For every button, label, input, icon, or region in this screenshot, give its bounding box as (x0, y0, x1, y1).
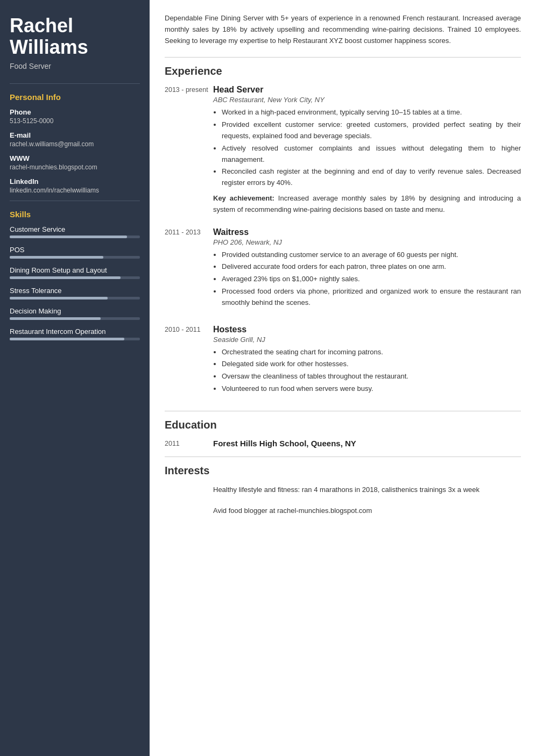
phone-value: 513-5125-0000 (10, 117, 140, 125)
skill-label: Stress Tolerance (10, 287, 140, 295)
skill-label: POS (10, 246, 140, 254)
exp-bullet-item: Processed food orders via phone, priorit… (222, 286, 521, 309)
exp-bullet-item: Delivered accurate food orders for each … (222, 261, 521, 273)
skill-bar-background (10, 256, 140, 259)
education-divider (165, 411, 521, 411)
edu-date: 2011 (165, 439, 213, 448)
exp-bullets: Orchestrated the seating chart for incom… (213, 347, 521, 395)
skill-bar-fill (10, 338, 124, 340)
email-value: rachel.w.williams@gmail.com (10, 140, 140, 148)
exp-bullet-item: Averaged 23% tips on $1,000+ nightly sal… (222, 274, 521, 285)
exp-bullet-item: Oversaw the cleanliness of tables throug… (222, 371, 521, 382)
exp-job-title: Waitress (213, 227, 521, 237)
exp-bullet-item: Orchestrated the seating chart for incom… (222, 347, 521, 358)
experience-divider (165, 57, 521, 58)
education-list: 2011Forest Hills High School, Queens, NY (165, 439, 521, 448)
exp-date: 2013 - present (165, 85, 213, 215)
summary-text: Dependable Fine Dining Server with 5+ ye… (165, 13, 521, 46)
skill-bar-fill (10, 256, 103, 259)
skill-label: Restaurant Intercom Operation (10, 327, 140, 336)
email-label: E-mail (10, 131, 140, 139)
experience-item: 2011 - 2013WaitressPHO 206, Newark, NJPr… (165, 227, 521, 313)
education-heading: Education (165, 419, 521, 431)
exp-date: 2011 - 2013 (165, 227, 213, 313)
exp-bullets: Worked in a high-paced environment, typi… (213, 107, 521, 189)
skill-label: Dining Room Setup and Layout (10, 266, 140, 274)
exp-company: Seaside Grill, NJ (213, 336, 521, 344)
exp-content: Head ServerABC Restaurant, New York City… (213, 85, 521, 215)
exp-bullets: Provided outstanding customer service to… (213, 249, 521, 309)
skill-bar-background (10, 338, 140, 340)
candidate-title: Food Server (10, 62, 140, 70)
www-value: rachel-munchies.blogspot.com (10, 163, 140, 171)
exp-company: PHO 206, Newark, NJ (213, 238, 521, 246)
exp-bullet-item: Actively resolved customer complaints an… (222, 143, 521, 166)
interest-text: Avid food blogger at rachel-munchies.blo… (213, 505, 521, 517)
exp-date: 2010 - 2011 (165, 325, 213, 399)
interests-heading: Interests (165, 465, 521, 477)
linkedin-value: linkedin.com/in/rachelwwilliams (10, 187, 140, 194)
skill-label: Decision Making (10, 307, 140, 315)
exp-bullet-item: Provided excellent customer service: gre… (222, 119, 521, 142)
www-label: WWW (10, 154, 140, 162)
experience-heading: Experience (165, 65, 521, 77)
exp-bullet-item: Volunteered to run food when servers wer… (222, 383, 521, 395)
skill-bar-fill (10, 317, 101, 320)
exp-bullet-item: Reconciled cash register at the beginnin… (222, 166, 521, 189)
candidate-name: Rachel Williams (10, 15, 140, 58)
interests-list: Healthy lifestyle and fitness: ran 4 mar… (165, 484, 521, 522)
experience-list: 2013 - presentHead ServerABC Restaurant,… (165, 85, 521, 398)
experience-item: 2010 - 2011HostessSeaside Grill, NJOrche… (165, 325, 521, 399)
skill-bar-fill (10, 236, 127, 238)
edu-content: Forest Hills High School, Queens, NY (213, 439, 521, 448)
education-item: 2011Forest Hills High School, Queens, NY (165, 439, 521, 448)
interest-item: Healthy lifestyle and fitness: ran 4 mar… (165, 484, 521, 501)
interest-item: Avid food blogger at rachel-munchies.blo… (165, 505, 521, 522)
main-content: Dependable Fine Dining Server with 5+ ye… (150, 0, 536, 756)
exp-content: HostessSeaside Grill, NJOrchestrated the… (213, 325, 521, 399)
skill-bar-background (10, 276, 140, 279)
personal-info-heading: Personal Info (10, 92, 140, 102)
skill-bar-fill (10, 276, 121, 279)
exp-bullet-item: Worked in a high-paced environment, typi… (222, 107, 521, 118)
phone-label: Phone (10, 108, 140, 116)
experience-item: 2013 - presentHead ServerABC Restaurant,… (165, 85, 521, 215)
exp-job-title: Hostess (213, 325, 521, 334)
exp-bullet-item: Provided outstanding customer service to… (222, 249, 521, 261)
interest-text: Healthy lifestyle and fitness: ran 4 mar… (213, 484, 521, 496)
skill-label: Customer Service (10, 225, 140, 233)
exp-job-title: Head Server (213, 85, 521, 95)
exp-company: ABC Restaurant, New York City, NY (213, 96, 521, 104)
edu-school: Forest Hills High School, Queens, NY (213, 439, 521, 448)
skill-bar-fill (10, 297, 108, 299)
exp-achievement: Key achievement: Increased average month… (213, 193, 521, 216)
exp-content: WaitressPHO 206, Newark, NJProvided outs… (213, 227, 521, 313)
skills-list: Customer ServicePOSDining Room Setup and… (10, 225, 140, 340)
linkedin-label: LinkedIn (10, 177, 140, 186)
sidebar: Rachel Williams Food Server Personal Inf… (0, 0, 150, 756)
skills-heading: Skills (10, 210, 140, 219)
exp-bullet-item: Delegated side work for other hostesses. (222, 359, 521, 370)
divider-personal (10, 83, 140, 84)
interests-divider (165, 457, 521, 457)
skill-bar-background (10, 236, 140, 238)
interests-spacer (165, 505, 213, 522)
divider-skills (10, 201, 140, 201)
skill-bar-background (10, 297, 140, 299)
interests-spacer (165, 484, 213, 501)
skill-bar-background (10, 317, 140, 320)
